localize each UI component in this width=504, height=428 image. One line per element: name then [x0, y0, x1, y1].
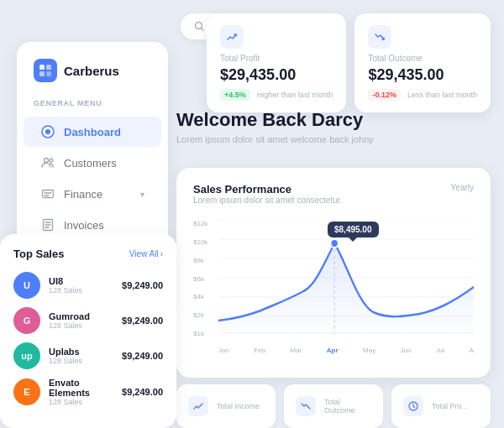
sales-amount-envato: $9,249.00 [122, 387, 163, 397]
outcome-bottom-label: Total Outcome [324, 398, 371, 415]
avatar-ui8: U [13, 272, 40, 299]
svg-rect-2 [39, 71, 45, 76]
stat-card-profit: Total Profit $29,435.00 +4.5% Higher tha… [207, 13, 346, 112]
customers-label: Customers [64, 157, 117, 170]
logo-text: Carberus [64, 64, 119, 78]
top-sales-title: Top Sales [13, 248, 64, 260]
avatar-gumroad: G [13, 307, 40, 334]
sales-amount-uplabs: $9,249.00 [122, 351, 163, 361]
avatar-uplabs: up [13, 342, 40, 369]
sales-name-envato: Envato Elements [49, 378, 113, 398]
logo-icon [34, 59, 57, 82]
outcome-label: Total Outcome [368, 54, 477, 63]
sidebar-item-finance[interactable]: Finance ▾ [24, 179, 161, 209]
chart-title: Sales Performance [193, 183, 342, 196]
svg-rect-3 [46, 71, 51, 76]
profit-value: $29,435.00 [220, 66, 333, 84]
bottom-stat-cards: Total Income Total Outcome Total Pro... [176, 384, 491, 428]
bottom-stat-card-outcome: Total Outcome [284, 384, 383, 428]
sales-item-ui8: U UI8 128 Sales $9,249.00 [13, 272, 163, 299]
chart-y-labels: $1k $2k $4k $6k $8k $10k $12k [193, 220, 217, 337]
dashboard-label: Dashboard [64, 126, 121, 138]
bottom-stat-card-income: Total Income [176, 384, 276, 428]
sales-amount-gumroad: $9,249.00 [122, 316, 163, 326]
welcome-section: Welcome Back Darcy Lorem ipsum dolor sit… [176, 109, 491, 144]
profit-icon [220, 25, 244, 49]
svg-point-7 [50, 159, 53, 162]
outcome-badge: -0.12% [368, 89, 401, 101]
stat-card-outcome: Total Outcome $29,435.00 -0.12% Less tha… [354, 13, 491, 112]
outcome-value: $29,435.00 [368, 66, 477, 84]
customers-icon [40, 155, 55, 170]
sidebar-item-dashboard[interactable]: Dashboard [24, 117, 161, 147]
search-icon [194, 21, 205, 32]
chart-card: Sales Performance Lorem ipsum dolor sit … [176, 168, 491, 378]
bottom-stat-card-profit: Total Pro... [391, 384, 491, 428]
sales-item-gumroad: G Gumroad 128 Sales $9,249.00 [13, 307, 163, 334]
finance-icon [40, 186, 55, 201]
profit-bottom-label: Total Pro... [432, 402, 468, 410]
svg-point-5 [45, 129, 50, 134]
invoices-label: Invoices [64, 219, 104, 232]
avatar-envato: E [13, 378, 40, 405]
svg-point-19 [331, 239, 339, 248]
outcome-bottom-icon [296, 396, 316, 416]
outcome-desc: Less than last month [407, 91, 477, 99]
top-sales-header: Top Sales View All › [13, 248, 163, 260]
svg-rect-1 [46, 65, 51, 70]
invoices-icon [40, 217, 55, 232]
chart-subtitle: Lorem ipsum dolor sit amet consectetur. [193, 196, 342, 205]
chart-header: Sales Performance Lorem ipsum dolor sit … [193, 183, 474, 213]
view-all-link[interactable]: View All › [129, 249, 163, 258]
income-label: Total Income [217, 402, 260, 410]
profit-desc: Higher than last month [257, 91, 333, 99]
dashboard-icon [40, 124, 55, 139]
sales-item-uplabs: up Uplabs 128 Sales $9,249.00 [13, 342, 163, 369]
chart-svg [218, 220, 474, 337]
svg-rect-0 [39, 65, 45, 70]
profit-bottom-icon [403, 396, 423, 416]
finance-chevron: ▾ [140, 190, 144, 199]
sidebar-logo: Carberus [17, 59, 168, 99]
sales-count-uplabs: 128 Sales [49, 357, 113, 365]
sales-name-ui8: UI8 [49, 276, 113, 286]
sales-count-ui8: 128 Sales [49, 286, 113, 295]
profit-badge: +4.5% [220, 89, 250, 101]
income-icon [188, 396, 208, 416]
sales-amount-ui8: $9,249.00 [122, 280, 163, 290]
svg-rect-8 [43, 191, 54, 198]
chart-x-labels: Jan Feb Mar Apr May Jun Jul A [218, 347, 474, 354]
chart-tooltip: $8,495.00 [328, 222, 379, 237]
finance-label: Finance [64, 188, 102, 201]
sidebar-section-label: General Menu [17, 99, 168, 116]
top-sales-card: Top Sales View All › U UI8 128 Sales $9,… [0, 234, 176, 428]
sidebar-item-customers[interactable]: Customers [24, 148, 161, 178]
profit-label: Total Profit [220, 54, 333, 63]
svg-point-6 [45, 159, 49, 163]
sales-item-envato: E Envato Elements 128 Sales $9,249.00 [13, 378, 163, 406]
sales-count-envato: 128 Sales [49, 398, 113, 406]
sales-count-gumroad: 128 Sales [49, 321, 113, 330]
welcome-subtitle: Lorem ipsum dolor sit amet welcome back … [176, 134, 491, 144]
outcome-icon [368, 25, 391, 49]
chart-area: $1k $2k $4k $6k $8k $10k $12k [193, 220, 474, 354]
stat-cards-row: Total Profit $29,435.00 +4.5% Higher tha… [207, 13, 491, 112]
sales-name-gumroad: Gumroad [49, 311, 113, 321]
sales-name-uplabs: Uplabs [49, 347, 113, 357]
chart-period[interactable]: Yearly [451, 183, 474, 192]
